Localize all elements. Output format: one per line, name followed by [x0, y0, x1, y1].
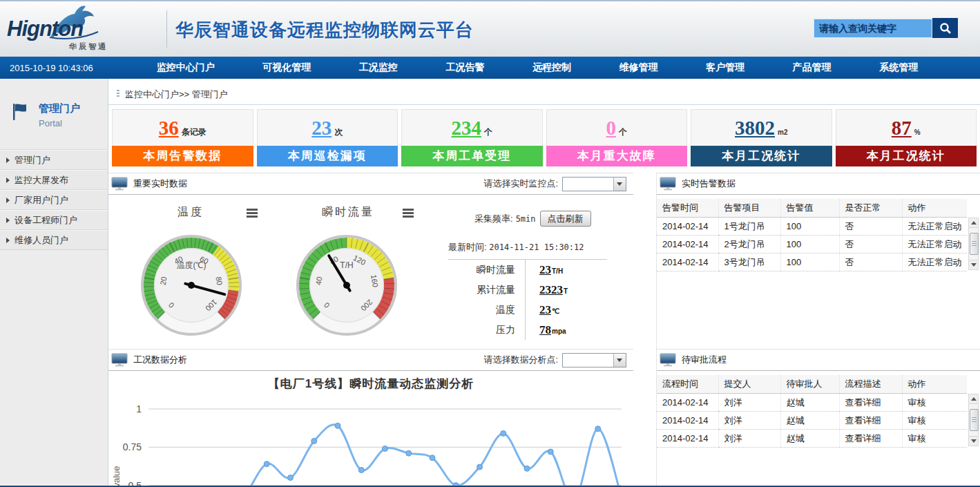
- svg-text:0.75: 0.75: [123, 441, 142, 452]
- table-row: 2014-02-143号龙门吊100否无法正常启动: [657, 254, 967, 271]
- sidebar-item-3[interactable]: 设备工程师门户: [0, 210, 108, 230]
- table-cell[interactable]: 查看详细: [839, 394, 902, 412]
- stat-value[interactable]: 0: [606, 118, 617, 138]
- main-nav: 2015-10-19 10:43:06 监控中心门户可视化管理工况监控工况告警远…: [0, 57, 980, 79]
- breadcrumb-text[interactable]: 监控中心门户>> 管理门户: [125, 89, 228, 99]
- table-cell: 2号龙门吊: [718, 236, 780, 254]
- scroll-down-icon[interactable]: [969, 260, 978, 269]
- reading-row-0: 瞬时流量23T/H: [448, 260, 607, 280]
- stat-card-2: 234个本周工单受理: [401, 109, 543, 166]
- nav-item-0[interactable]: 监控中心门户: [157, 61, 215, 74]
- table-cell[interactable]: 审核: [902, 430, 967, 448]
- reading-label: 瞬时流量: [448, 260, 526, 280]
- stat-card-button[interactable]: 本周工单受理: [401, 146, 543, 166]
- analysis-point-select[interactable]: [562, 353, 626, 367]
- monitor-point-select-label: 请选择实时监控点:: [483, 178, 558, 190]
- nav-item-2[interactable]: 工况监控: [359, 61, 398, 74]
- stat-card-button[interactable]: 本周告警数据: [112, 146, 253, 166]
- logo: Hignton 华辰智通: [6, 4, 164, 54]
- search-button[interactable]: [932, 18, 958, 38]
- table-header-row: 流程时间提交人待审批人流程描述动作: [657, 375, 967, 394]
- stat-value[interactable]: 234: [452, 118, 482, 138]
- table-cell[interactable]: 查看详细: [839, 430, 902, 448]
- nav-timestamp: 2015-10-19 10:43:06: [10, 63, 126, 73]
- panel-header: 重要实时数据 请选择实时监控点:: [108, 173, 633, 195]
- column-header-4: 动作: [902, 199, 967, 218]
- table-cell: 3号龙门吊: [718, 254, 780, 271]
- gauge-temperature-title: 温度: [153, 205, 229, 220]
- portal-header: 管理门户 Portal: [0, 79, 108, 128]
- scroll-thumb[interactable]: [970, 233, 979, 255]
- sidebar-item-4[interactable]: 维修人员门户: [0, 230, 108, 250]
- nav-item-7[interactable]: 产品管理: [793, 61, 832, 74]
- realtime-data-panel: 重要实时数据 请选择实时监控点: 温度 瞬时流量 020406080100温度(…: [108, 173, 633, 349]
- portal-subtitle: Portal: [39, 118, 80, 128]
- nav-item-8[interactable]: 系统管理: [879, 61, 918, 74]
- table-cell: 否: [839, 236, 902, 254]
- stat-value[interactable]: 87: [892, 118, 912, 138]
- table-cell: 100: [780, 236, 839, 254]
- table-cell: 刘洋: [718, 394, 780, 412]
- nav-item-5[interactable]: 维修管理: [619, 61, 658, 74]
- stat-card-button[interactable]: 本周巡检漏项: [257, 146, 398, 166]
- stat-value[interactable]: 36: [159, 118, 179, 138]
- sidebar-item-2[interactable]: 厂家用户门户: [0, 190, 108, 210]
- temperature-gauge: 020406080100温度(℃): [140, 233, 243, 337]
- table-cell[interactable]: 审核: [902, 412, 967, 430]
- table-cell: 赵城: [780, 412, 839, 430]
- svg-text:温度(℃): 温度(℃): [176, 260, 206, 270]
- chevron-down-icon[interactable]: [613, 178, 626, 191]
- table-cell: 100: [780, 254, 839, 271]
- panel-title: 实时告警数据: [682, 178, 736, 190]
- monitor-point-select[interactable]: [562, 177, 626, 191]
- table-cell: 无法正常启动: [902, 254, 967, 271]
- svg-text:1: 1: [136, 403, 142, 414]
- svg-text:20: 20: [159, 276, 169, 286]
- analysis-point-select-label: 请选择数据分析点:: [483, 354, 558, 366]
- scroll-thumb[interactable]: [970, 409, 979, 431]
- scroll-up-icon[interactable]: [969, 394, 978, 404]
- reading-label: 温度: [448, 300, 526, 320]
- table-cell: 无法正常启动: [902, 218, 967, 236]
- stat-card-value-area: 23次: [257, 109, 398, 146]
- reading-number: 23: [539, 263, 551, 276]
- approval-scrollbar[interactable]: [968, 394, 979, 446]
- stat-value[interactable]: 23: [311, 118, 332, 138]
- gauge-menu-icon[interactable]: [403, 209, 414, 218]
- refresh-button[interactable]: 点击刷新: [540, 211, 591, 227]
- search-input[interactable]: [814, 19, 932, 38]
- table-cell[interactable]: 审核: [902, 394, 967, 412]
- logo-subtext: 华辰智通: [69, 41, 108, 52]
- monitor-icon: [660, 177, 676, 191]
- nav-item-4[interactable]: 远程控制: [532, 61, 571, 74]
- nav-item-1[interactable]: 可视化管理: [262, 61, 311, 74]
- stat-card-value-area: 87%: [836, 109, 977, 146]
- scroll-down-icon[interactable]: [969, 436, 978, 446]
- panel-title: 工况数据分析: [133, 354, 187, 366]
- table-cell: 赵城: [780, 430, 839, 448]
- table-row: 2014-02-142号龙门吊100否无法正常启动: [657, 236, 967, 254]
- reading-unit: T: [564, 287, 568, 295]
- nav-item-3[interactable]: 工况告警: [445, 61, 484, 74]
- stat-card-button[interactable]: 本月工况统计: [691, 146, 832, 166]
- stat-card-button[interactable]: 本月重大故障: [546, 146, 688, 166]
- chevron-down-icon[interactable]: [613, 354, 626, 367]
- gauge-menu-icon[interactable]: [247, 209, 258, 218]
- stat-card-value-area: 36条记录: [112, 109, 253, 146]
- table-cell: 刘洋: [718, 430, 780, 448]
- column-header-4: 动作: [902, 375, 967, 394]
- table-row: 2014-02-14刘洋赵城查看详细审核: [657, 394, 967, 412]
- column-header-0: 流程时间: [657, 375, 718, 394]
- column-header-3: 是否正常: [839, 199, 902, 218]
- nav-item-6[interactable]: 客户管理: [706, 61, 744, 74]
- sidebar-item-0[interactable]: 管理门户: [0, 150, 108, 170]
- table-cell: 刘洋: [718, 412, 780, 430]
- stat-card-button[interactable]: 本月工况统计: [836, 146, 977, 166]
- stat-value[interactable]: 3802: [735, 118, 775, 138]
- scroll-up-icon[interactable]: [969, 218, 978, 228]
- stat-card-3: 0个本月重大故障: [546, 109, 688, 166]
- sidebar-item-1[interactable]: 监控大屏发布: [0, 170, 108, 190]
- alarm-scrollbar[interactable]: [968, 218, 979, 270]
- svg-text:T/H: T/H: [340, 260, 353, 270]
- table-cell[interactable]: 查看详细: [839, 412, 902, 430]
